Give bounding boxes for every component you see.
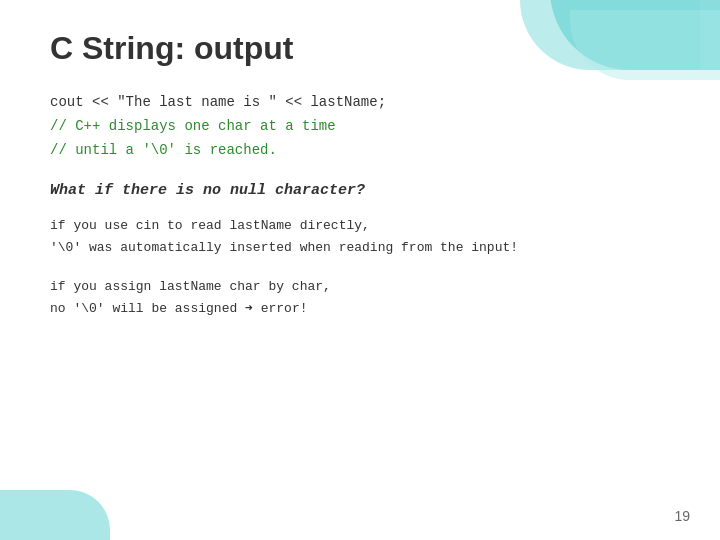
- code-line-2: // C++ displays one char at a time: [50, 115, 670, 139]
- code-line-1: cout << "The last name is " << lastName;: [50, 91, 670, 115]
- arrow-icon: ➜: [245, 298, 253, 319]
- bg-decoration-bottom: [0, 480, 120, 540]
- code-block3-line2-text: no '\0' will be assigned: [50, 301, 237, 316]
- code-text-line3: // until a '\0' is reached.: [50, 142, 277, 158]
- code-block-main: cout << "The last name is " << lastName;…: [50, 91, 670, 162]
- page-number: 19: [674, 508, 690, 524]
- code-block-3: if you assign lastName char by char, no …: [50, 276, 670, 319]
- code-line-3: // until a '\0' is reached.: [50, 139, 670, 163]
- code-block3-line2: no '\0' will be assigned ➜ error!: [50, 298, 670, 319]
- code-block3-line2-end: error!: [261, 301, 308, 316]
- code-block3-line1: if you assign lastName char by char,: [50, 276, 670, 297]
- code-block2-line1: if you use cin to read lastName directly…: [50, 215, 670, 236]
- code-block2-line2: '\0' was automatically inserted when rea…: [50, 237, 670, 258]
- slide-content: C String: output cout << "The last name …: [0, 0, 720, 357]
- code-block-2: if you use cin to read lastName directly…: [50, 215, 670, 258]
- code-text-line1: cout << "The last name is " << lastName;: [50, 94, 386, 110]
- code-text-line2: // C++ displays one char at a time: [50, 118, 336, 134]
- italic-question: What if there is no null character?: [50, 182, 670, 199]
- slide-title: C String: output: [50, 30, 670, 67]
- wave-shape-bottom: [0, 490, 110, 540]
